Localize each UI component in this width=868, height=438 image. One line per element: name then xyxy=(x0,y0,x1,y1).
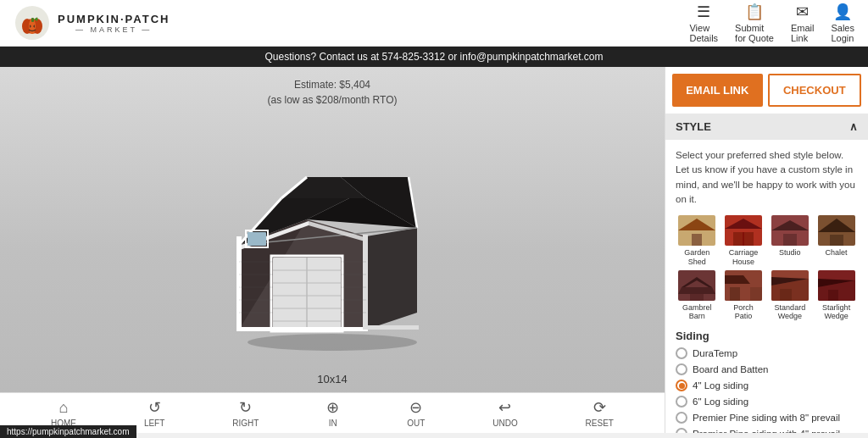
svg-rect-77 xyxy=(750,287,762,301)
right-button[interactable]: ↻ RIGHT xyxy=(232,398,259,428)
checkout-button[interactable]: CHECKOUT xyxy=(768,74,862,107)
svg-rect-81 xyxy=(780,289,792,301)
reset-label: RESET xyxy=(586,419,614,428)
info-bar: Questions? Contact us at 574-825-3312 or… xyxy=(0,47,868,67)
rotate-left-icon: ↺ xyxy=(148,398,161,417)
siding-premier-8[interactable]: Premier Pine siding with 8" prevail xyxy=(676,412,858,424)
submit-quote-icon: 📋 xyxy=(745,3,764,21)
right-label: RIGHT xyxy=(232,419,259,428)
undo-button[interactable]: ↩ UNDO xyxy=(492,398,517,428)
style-carriage-house[interactable]: CarriageHouse xyxy=(722,215,765,267)
svg-marker-70 xyxy=(678,287,715,294)
logo-text: PUMPKIN·PATCH — MARKET — xyxy=(58,13,170,34)
main-layout: Estimate: $5,404 (as low as $208/month R… xyxy=(0,67,868,433)
porch-patio-label: PorchPatio xyxy=(733,303,754,322)
view-details-nav[interactable]: ☰ ViewDetails xyxy=(689,3,718,43)
sales-login-label: SalesLogin xyxy=(831,23,854,43)
garden-shed-thumb xyxy=(678,215,715,246)
board-batten-radio[interactable] xyxy=(676,363,687,375)
style-studio[interactable]: Studio xyxy=(769,215,812,267)
carriage-house-thumb xyxy=(725,215,762,246)
siding-4-log[interactable]: 4" Log siding xyxy=(676,380,858,391)
reset-icon: ⟳ xyxy=(593,398,606,417)
siding-premier-4[interactable]: Premier Pine siding with 4" prevail xyxy=(676,428,858,433)
carriage-house-label: CarriageHouse xyxy=(729,248,759,267)
board-batten-label: Board and Batten xyxy=(693,364,769,374)
siding-dura-temp[interactable]: DuraTemp xyxy=(676,347,858,359)
gambrel-barn-label: GambrelBarn xyxy=(682,303,712,322)
starlight-wedge-thumb xyxy=(818,270,855,301)
logo-icon xyxy=(14,4,51,42)
reset-button[interactable]: ⟳ RESET xyxy=(586,398,614,428)
email-link-button[interactable]: EMAIL LINK xyxy=(672,74,763,107)
svg-rect-37 xyxy=(248,232,266,246)
sales-login-nav[interactable]: 👤 SalesLogin xyxy=(831,3,854,43)
style-section-header: STYLE ∧ xyxy=(665,114,868,140)
svg-rect-49 xyxy=(237,327,368,331)
view-details-icon: ☰ xyxy=(697,3,710,21)
shed-size-label: 10x14 xyxy=(317,373,347,385)
style-porch-patio[interactable]: PorchPatio xyxy=(722,270,765,322)
svg-rect-5 xyxy=(31,18,34,22)
svg-rect-22 xyxy=(236,236,242,331)
svg-rect-54 xyxy=(692,234,702,246)
style-description: Select your preferred shed style below. … xyxy=(676,148,858,207)
standard-wedge-label: StandardWedge xyxy=(775,303,806,322)
left-button[interactable]: ↺ LEFT xyxy=(144,398,164,428)
status-bar: https://pumpkinpatchmarket.com xyxy=(0,425,136,438)
svg-rect-67 xyxy=(830,235,843,246)
6-log-label: 6" Log siding xyxy=(693,396,748,407)
zoom-in-icon: ⊕ xyxy=(326,398,339,417)
svg-rect-72 xyxy=(690,294,704,301)
zoom-out-icon: ⊖ xyxy=(409,398,422,417)
dura-temp-radio[interactable] xyxy=(676,347,687,359)
submit-quote-nav[interactable]: 📋 Submitfor Quote xyxy=(735,3,774,43)
left-label: LEFT xyxy=(144,419,164,428)
style-collapse-icon[interactable]: ∧ xyxy=(849,120,858,133)
estimate-value: Estimate: $5,404 xyxy=(268,77,398,92)
premier-8-label: Premier Pine siding with 8" prevail xyxy=(693,413,840,423)
studio-label: Studio xyxy=(779,248,801,258)
view-details-label: ViewDetails xyxy=(689,23,718,43)
siding-6-log[interactable]: 6" Log siding xyxy=(676,396,858,408)
info-email[interactable]: info@pumpkinpatchmarket.com xyxy=(460,51,604,63)
shed-illustration xyxy=(197,126,468,355)
siding-section-label: Siding xyxy=(676,330,858,342)
svg-point-8 xyxy=(248,334,417,351)
premier-4-label: Premier Pine siding with 4" prevail xyxy=(693,429,840,433)
4-log-radio[interactable] xyxy=(676,380,687,391)
viewer-panel: Estimate: $5,404 (as low as $208/month R… xyxy=(0,67,665,433)
6-log-radio[interactable] xyxy=(676,396,687,408)
style-header-label: STYLE xyxy=(676,120,711,133)
chalet-thumb xyxy=(818,215,855,246)
garden-shed-label: GardenShed xyxy=(684,248,709,267)
estimate-label: Estimate: $5,404 (as low as $208/month R… xyxy=(268,77,398,108)
premier-4-radio[interactable] xyxy=(676,428,687,433)
zoom-out-label: OUT xyxy=(407,419,425,428)
style-standard-wedge[interactable]: StandardWedge xyxy=(769,270,812,322)
right-panel: EMAIL LINK CHECKOUT STYLE ∧ Select your … xyxy=(665,67,868,433)
info-text: Questions? Contact us at 574-825-3312 or… xyxy=(264,51,603,63)
email-link-nav[interactable]: ✉ EmailLink xyxy=(791,3,815,43)
gambrel-barn-thumb xyxy=(678,270,715,301)
style-chalet[interactable]: Chalet xyxy=(815,215,858,267)
svg-rect-76 xyxy=(730,287,740,301)
header: PUMPKIN·PATCH — MARKET — ☰ ViewDetails 📋… xyxy=(0,0,868,47)
style-garden-shed[interactable]: GardenShed xyxy=(676,215,719,267)
home-button[interactable]: ⌂ HOME xyxy=(51,399,76,428)
siding-board-batten[interactable]: Board and Batten xyxy=(676,363,858,375)
zoom-in-button[interactable]: ⊕ IN xyxy=(326,398,339,428)
rotate-right-icon: ↻ xyxy=(239,398,252,417)
premier-8-radio[interactable] xyxy=(676,412,687,424)
zoom-out-button[interactable]: ⊖ OUT xyxy=(407,398,425,428)
studio-thumb xyxy=(771,215,809,246)
action-buttons: EMAIL LINK CHECKOUT xyxy=(665,67,868,114)
svg-rect-23 xyxy=(363,235,368,331)
style-gambrel-barn[interactable]: GambrelBarn xyxy=(676,270,719,322)
dura-temp-label: DuraTemp xyxy=(693,348,737,358)
shed-3d-view xyxy=(0,108,665,373)
rto-label: (as low as $208/month RTO) xyxy=(268,92,398,108)
style-starlight-wedge[interactable]: StarlightWedge xyxy=(815,270,858,322)
standard-wedge-thumb xyxy=(771,270,809,301)
home-icon: ⌂ xyxy=(59,399,69,417)
